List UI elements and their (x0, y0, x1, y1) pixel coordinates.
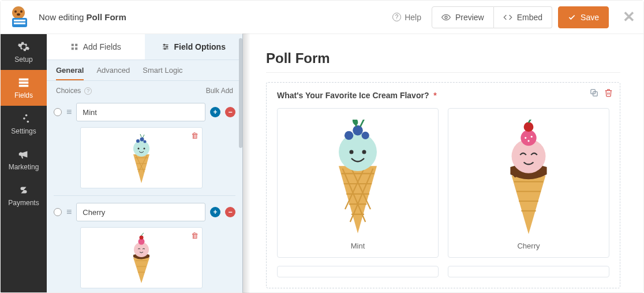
embed-label: Embed (517, 13, 542, 22)
app-logo (6, 5, 31, 29)
svg-marker-45 (339, 166, 377, 233)
svg-point-7 (445, 16, 447, 18)
svg-point-57 (362, 150, 366, 154)
choices-label: Choices (56, 87, 81, 95)
save-button[interactable]: Save (558, 6, 609, 28)
svg-point-60 (362, 132, 369, 139)
download-icon (197, 87, 204, 94)
svg-marker-62 (512, 176, 546, 234)
svg-point-2 (20, 10, 23, 13)
eye-icon (441, 13, 451, 22)
svg-point-59 (353, 125, 363, 136)
subtab-advanced[interactable]: Advanced (96, 66, 130, 80)
default-radio[interactable] (54, 208, 62, 216)
choice-input[interactable] (76, 203, 205, 221)
option-label: Cherry (517, 242, 540, 250)
duplicate-icon[interactable] (590, 88, 598, 99)
embed-button[interactable]: Embed (494, 6, 552, 28)
help-icon[interactable]: ? (84, 87, 92, 95)
preview-title: Poll Form (266, 50, 620, 66)
svg-point-21 (163, 44, 164, 45)
drag-handle-icon[interactable]: ≡ (66, 107, 72, 117)
choice-row: ≡ + − (54, 201, 235, 224)
svg-rect-10 (19, 85, 29, 87)
poll-field[interactable]: What's Your Favorite Ice Cream Flavor? * (266, 82, 620, 288)
bullhorn-icon (17, 148, 30, 161)
poll-option-more[interactable] (277, 266, 439, 277)
help-icon: ? (392, 13, 401, 21)
svg-rect-16 (71, 47, 73, 50)
svg-point-56 (349, 150, 353, 154)
svg-rect-5 (14, 20, 25, 21)
svg-point-70 (525, 137, 526, 139)
rail-settings[interactable]: Settings (1, 106, 47, 142)
choice-image-box[interactable]: 🗑 (80, 227, 203, 288)
subtab-general[interactable]: General (56, 66, 84, 80)
remove-choice-button[interactable]: − (225, 107, 235, 117)
dollar-icon (17, 184, 30, 196)
preview-button[interactable]: Preview (432, 6, 494, 28)
svg-point-23 (164, 48, 165, 49)
rail-marketing[interactable]: Marketing (1, 142, 47, 177)
default-radio[interactable] (54, 108, 62, 116)
field-options-panel: Add Fields Field Options General Advance… (47, 34, 243, 292)
scrollbar[interactable] (239, 38, 242, 148)
trash-icon[interactable]: 🗑 (191, 231, 199, 240)
rail-fields[interactable]: Fields (1, 70, 47, 106)
help-link[interactable]: ? Help (392, 13, 421, 22)
bulk-add-label: Bulk Add (206, 87, 233, 95)
grid-icon (70, 43, 78, 51)
svg-point-1 (14, 10, 17, 13)
svg-point-61 (351, 120, 359, 126)
rail-fields-label: Fields (14, 91, 33, 99)
svg-point-33 (136, 139, 140, 143)
add-choice-button[interactable]: + (210, 107, 220, 117)
choice-row: ≡ + − (54, 101, 235, 124)
mint-icon (323, 117, 392, 238)
tab-add-fields[interactable]: Add Fields (47, 34, 145, 60)
poll-option-cherry[interactable]: Cherry (448, 108, 609, 258)
svg-point-3 (17, 13, 20, 16)
subtab-smart-logic[interactable]: Smart Logic (143, 66, 182, 80)
drag-handle-icon[interactable]: ≡ (66, 207, 72, 217)
poll-option-mint[interactable]: Mint (277, 108, 439, 258)
bulk-add-button[interactable]: Bulk Add (197, 87, 233, 95)
svg-point-22 (166, 46, 167, 47)
rail-marketing-label: Marketing (9, 163, 39, 171)
cherry-image (127, 232, 156, 284)
editing-prefix: Now editing (39, 12, 87, 22)
svg-marker-24 (133, 154, 149, 183)
poll-option-more[interactable] (448, 266, 609, 277)
tab-field-options[interactable]: Field Options (145, 34, 243, 60)
remove-choice-button[interactable]: − (225, 207, 235, 217)
svg-point-34 (140, 138, 144, 142)
svg-point-55 (339, 133, 377, 171)
choice-image-box[interactable]: 🗑 (80, 127, 203, 188)
rail-payments-label: Payments (8, 199, 39, 207)
editing-label: Now editing Poll Form (39, 12, 126, 22)
topbar: Now editing Poll Form ? Help Preview Emb… (1, 1, 643, 34)
preview-embed-group: Preview Embed (432, 6, 552, 28)
svg-rect-9 (19, 81, 29, 84)
rail-settings-label: Settings (11, 127, 36, 135)
cherry-icon (494, 117, 563, 238)
svg-point-30 (133, 140, 149, 157)
svg-rect-15 (75, 44, 77, 46)
trash-icon[interactable]: 🗑 (191, 131, 199, 140)
rail-payments[interactable]: Payments (1, 177, 47, 213)
delete-icon[interactable] (604, 88, 613, 99)
svg-point-0 (12, 6, 25, 19)
svg-point-12 (23, 117, 25, 120)
rail-setup[interactable]: Setup (1, 34, 47, 70)
add-choice-button[interactable]: + (210, 207, 220, 217)
rail-setup-label: Setup (14, 55, 32, 64)
svg-point-68 (521, 130, 536, 146)
svg-point-31 (138, 148, 140, 150)
svg-marker-36 (133, 258, 149, 283)
tab-add-fields-label: Add Fields (83, 42, 121, 51)
close-icon[interactable]: ✕ (623, 8, 635, 26)
option-label: Mint (351, 242, 365, 250)
question-text: What's Your Favorite Ice Cream Flavor? (277, 91, 429, 100)
choice-input[interactable] (76, 103, 205, 121)
svg-point-72 (527, 140, 529, 142)
